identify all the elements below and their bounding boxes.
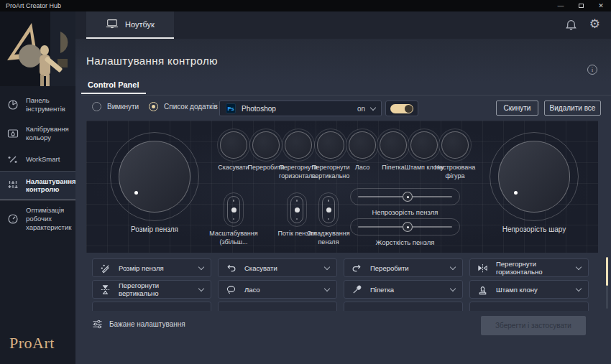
scrollbar[interactable] <box>606 257 608 309</box>
scrollbar-thumb[interactable] <box>606 257 608 286</box>
assignment-dropdown-list: Розмір пензля Скасувати Переробити <box>86 256 610 311</box>
dial-indicator-dot <box>514 191 518 195</box>
close-button[interactable]: ✕ <box>591 0 611 11</box>
chevron-down-icon <box>450 263 456 269</box>
slider-track <box>227 196 240 223</box>
tab-laptop[interactable]: Ноутбук <box>86 11 174 39</box>
slider-thumb[interactable] <box>403 192 413 202</box>
assignment-dropdown-partial[interactable] <box>344 302 463 311</box>
sidebar: Панель інструментів Калібрування кольору… <box>0 11 75 364</box>
layer-opacity-dial[interactable] <box>490 132 579 221</box>
sidebar-item-label: WorkSmart <box>26 155 60 164</box>
assignment-dropdown[interactable]: Перегорнути вертикально <box>92 280 211 299</box>
dial-knob <box>119 141 190 213</box>
assignment-label: Перегорнути вертикально <box>119 281 192 297</box>
small-dial[interactable] <box>349 131 376 159</box>
assignment-dropdown[interactable]: Розмір пензля <box>92 258 211 277</box>
proart-creator-hub-window: ProArt Creator Hub — ✕ <box>0 0 611 364</box>
window-titlebar: ProArt Creator Hub — ✕ <box>0 0 611 11</box>
divider <box>81 95 611 95</box>
assignment-label: Піпетка <box>370 286 394 294</box>
page-title: Налаштування контролю <box>86 55 218 67</box>
proart-logo: ProArt <box>9 334 55 353</box>
chevron-down-icon <box>576 285 582 291</box>
brush-size-dial[interactable] <box>110 132 199 221</box>
right-dial-label: Непрозорість шару <box>491 225 577 233</box>
vertical-slider[interactable] <box>287 192 307 227</box>
chevron-down-icon <box>198 285 204 291</box>
chevron-down-icon <box>324 285 330 291</box>
small-dial[interactable] <box>410 131 438 159</box>
brush-icon <box>100 263 111 274</box>
assignment-dropdown[interactable]: Скасувати <box>218 258 337 277</box>
vertical-slider[interactable] <box>224 192 244 227</box>
small-dial[interactable] <box>220 131 247 159</box>
slider-dot <box>328 218 330 220</box>
sidebar-item-dashboard[interactable]: Панель інструментів <box>0 90 75 119</box>
chevron-down-icon <box>450 285 456 291</box>
notifications-bell-icon[interactable] <box>565 19 577 34</box>
assignment-label: Штамп клону <box>496 286 538 294</box>
app-select-dropdown[interactable]: Ps Photoshop on <box>219 101 382 116</box>
sidebar-item-worksmart[interactable]: WorkSmart <box>0 148 75 171</box>
small-dial[interactable] <box>380 131 407 159</box>
slider-thumb[interactable] <box>403 222 413 232</box>
chevron-down-icon <box>576 263 582 269</box>
application-row: Вимкнути Список додатків Ps Photoshop on… <box>75 101 611 118</box>
assignment-dropdown[interactable]: Піпетка <box>344 280 463 299</box>
delete-all-button[interactable]: Видалити все <box>544 101 601 116</box>
control-mapping-panel: Розмір пензля Непрозорість шару Скасуват… <box>86 121 598 253</box>
assignment-dropdown[interactable]: Переробити <box>344 258 463 277</box>
slider-dot <box>233 218 235 220</box>
assignment-dropdown[interactable]: Ласо <box>218 280 337 299</box>
info-icon[interactable]: i <box>587 65 597 75</box>
small-dial[interactable] <box>317 131 344 159</box>
radio-disable-label: Вимкнути <box>107 103 139 111</box>
sidebar-item-label: Оптимізація робочих характеристик <box>26 206 71 232</box>
sidebar-item-color-calibration[interactable]: Калібрування кольору <box>0 119 75 148</box>
tab-control-panel[interactable]: Control Panel <box>81 80 146 94</box>
slider-track <box>290 196 303 223</box>
preferred-settings[interactable]: Бажане налаштування <box>92 319 185 330</box>
dashboard-icon <box>7 99 19 111</box>
maximize-button[interactable] <box>571 0 591 11</box>
radio-disable[interactable]: Вимкнути <box>92 102 139 111</box>
magic-wand-icon <box>7 154 19 165</box>
assignment-label: Розмір пензля <box>119 264 164 272</box>
small-dial[interactable] <box>441 131 469 159</box>
small-dial[interactable] <box>285 131 312 159</box>
assignment-dropdown[interactable]: Перегорнути горизонтально <box>469 258 589 277</box>
maximize-icon <box>579 4 584 8</box>
undo-icon <box>226 263 237 274</box>
laptop-icon <box>106 19 119 30</box>
slider-thumb[interactable] <box>231 207 236 213</box>
radio-app-list-label: Список додатків <box>164 103 218 111</box>
chevron-down-icon <box>324 263 330 269</box>
app-state: on <box>357 105 365 113</box>
slider-thumb[interactable] <box>326 207 331 213</box>
assignment-dropdown-partial[interactable] <box>469 302 589 311</box>
brush-opacity-slider[interactable] <box>350 188 460 205</box>
app-toggle-on[interactable] <box>390 104 413 113</box>
sidebar-item-performance[interactable]: Оптимізація робочих характеристик <box>0 200 75 238</box>
minimize-button[interactable]: — <box>551 0 571 11</box>
slider-dot <box>296 218 298 220</box>
flip-horizontal-icon <box>477 263 489 274</box>
save-apply-button[interactable]: Зберегти і застосувати <box>481 316 586 335</box>
radio-circle[interactable] <box>92 102 101 111</box>
assignment-dropdown-partial[interactable] <box>92 302 211 311</box>
vertical-slider[interactable] <box>318 192 339 227</box>
reset-button[interactable]: Скинути <box>496 101 538 116</box>
radio-app-list[interactable]: Список додатків <box>149 102 218 111</box>
brush-hardness-slider[interactable] <box>350 218 460 235</box>
assignment-label: Скасувати <box>244 264 277 272</box>
small-dial[interactable] <box>252 131 280 159</box>
radio-circle-selected[interactable] <box>149 102 158 111</box>
assignment-dropdown[interactable]: Штамп клону <box>469 280 589 299</box>
proart-artwork <box>0 11 75 86</box>
assignment-dropdown-partial[interactable] <box>218 302 337 311</box>
sidebar-item-control-settings[interactable]: Налаштування контролю <box>0 171 75 201</box>
slider-dot <box>233 200 235 202</box>
slider-thumb[interactable] <box>295 207 300 213</box>
settings-gear-icon[interactable]: ⚙ <box>589 17 600 32</box>
